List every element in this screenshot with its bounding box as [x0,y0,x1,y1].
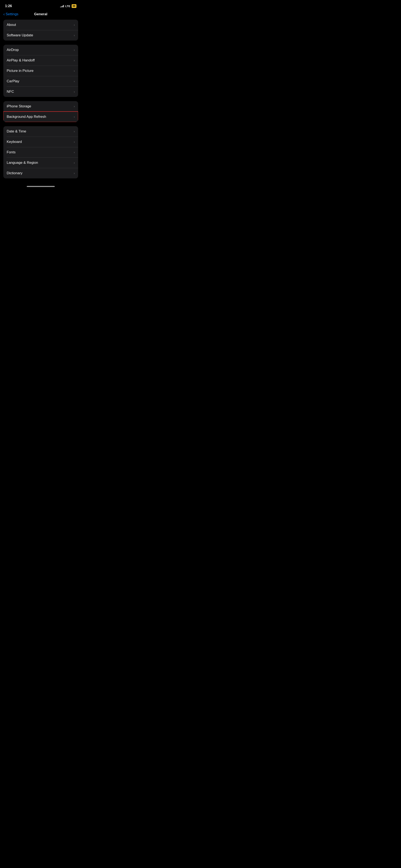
dictionary-label: Dictionary [7,171,23,175]
carplay-right: › [74,80,75,83]
chevron-right-icon: › [74,130,75,133]
home-indicator-container [0,183,82,189]
battery-indicator: 69 [72,4,76,8]
status-bar: 1:26 LTE 69 [0,0,82,10]
chevron-right-icon: › [74,172,75,175]
chevron-right-icon: › [74,80,75,83]
lte-label: LTE [65,5,70,8]
settings-group-4: Date & Time › Keyboard › Fonts › Languag… [3,126,78,178]
nav-header: ‹ Settings General [0,10,82,20]
battery-level: 69 [73,5,75,7]
keyboard-right: › [74,140,75,144]
settings-row-software-update[interactable]: Software Update › [3,30,78,40]
chevron-right-icon: › [74,140,75,144]
settings-row-fonts[interactable]: Fonts › [3,147,78,157]
nfc-label: NFC [7,90,14,94]
keyboard-label: Keyboard [7,140,22,144]
picture-in-picture-label: Picture in Picture [7,69,34,73]
chevron-right-icon: › [74,90,75,93]
status-time: 1:26 [5,4,12,8]
airdrop-label: AirDrop [7,48,19,52]
home-indicator [27,186,55,187]
airplay-handoff-label: AirPlay & Handoff [7,58,35,62]
iphone-storage-right: › [74,105,75,108]
chevron-right-icon: › [74,105,75,108]
software-update-label: Software Update [7,33,33,37]
settings-row-airdrop[interactable]: AirDrop › [3,45,78,55]
chevron-right-icon: › [74,115,75,119]
airplay-handoff-right: › [74,59,75,62]
picture-in-picture-right: › [74,69,75,72]
software-update-right: › [74,34,75,37]
dictionary-right: › [74,172,75,175]
back-button[interactable]: ‹ Settings [3,12,19,17]
signal-bar-2 [61,6,62,7]
back-label: Settings [6,12,19,16]
signal-bar-4 [63,5,64,7]
chevron-right-icon: › [74,59,75,62]
settings-row-dictionary[interactable]: Dictionary › [3,168,78,178]
settings-row-date-time[interactable]: Date & Time › [3,126,78,136]
settings-group-1: About › Software Update › [3,20,78,40]
background-app-refresh-right: › [74,115,75,119]
fonts-right: › [74,151,75,154]
settings-row-keyboard[interactable]: Keyboard › [3,136,78,147]
chevron-right-icon: › [74,151,75,154]
chevron-right-icon: › [74,48,75,52]
date-time-right: › [74,130,75,133]
settings-group-3: iPhone Storage › Background App Refresh … [3,101,78,122]
settings-row-background-app-refresh[interactable]: Background App Refresh › [3,112,78,122]
signal-bars-icon [60,5,64,7]
chevron-right-icon: › [74,69,75,72]
signal-bar-3 [62,6,63,7]
carplay-label: CarPlay [7,79,19,83]
background-app-refresh-label: Background App Refresh [7,115,46,119]
date-time-label: Date & Time [7,129,26,133]
settings-group-2: AirDrop › AirPlay & Handoff › Picture in… [3,45,78,97]
fonts-label: Fonts [7,150,16,154]
settings-content: About › Software Update › AirDrop › AirP… [0,20,82,178]
page-title: General [34,12,47,16]
chevron-right-icon: › [74,161,75,164]
settings-row-about[interactable]: About › [3,20,78,30]
settings-row-carplay[interactable]: CarPlay › [3,76,78,87]
chevron-right-icon: › [74,23,75,27]
signal-bar-1 [60,7,61,7]
status-right: LTE 69 [60,4,76,8]
settings-row-iphone-storage[interactable]: iPhone Storage › [3,101,78,112]
settings-row-language-region[interactable]: Language & Region › [3,157,78,168]
language-region-right: › [74,161,75,164]
about-right: › [74,23,75,27]
language-region-label: Language & Region [7,161,38,165]
back-chevron-icon: ‹ [3,12,5,17]
about-label: About [7,23,16,27]
airdrop-right: › [74,48,75,52]
iphone-storage-label: iPhone Storage [7,104,31,108]
settings-row-picture-in-picture[interactable]: Picture in Picture › [3,66,78,76]
chevron-right-icon: › [74,34,75,37]
settings-row-airplay-handoff[interactable]: AirPlay & Handoff › [3,55,78,66]
settings-row-nfc[interactable]: NFC › [3,87,78,97]
nfc-right: › [74,90,75,93]
